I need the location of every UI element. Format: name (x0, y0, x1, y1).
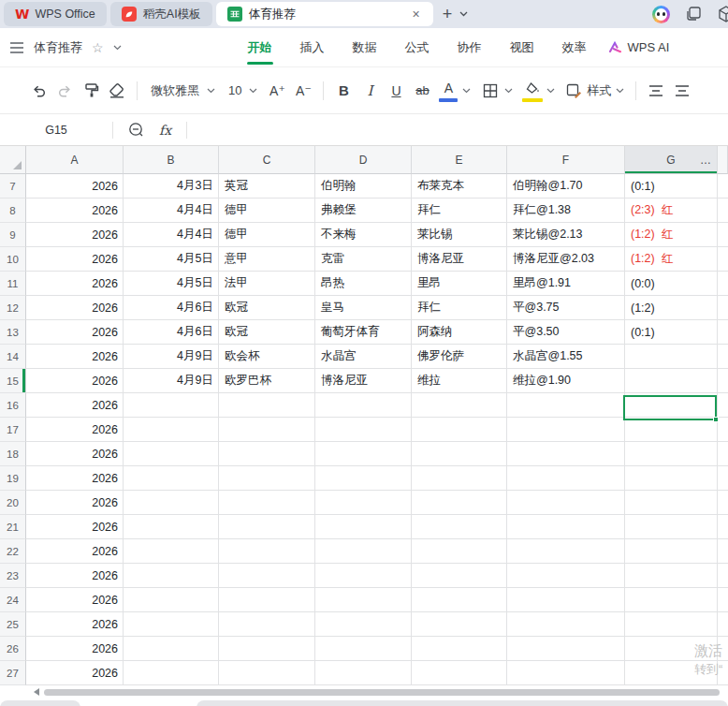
cell-f[interactable]: 里昂@1.91 (507, 272, 625, 296)
cell-f[interactable]: 伯明翰@1.70 (507, 174, 625, 199)
column-header-b[interactable]: B (124, 146, 219, 174)
menu-item-insert[interactable]: 插入 (286, 28, 339, 67)
cell-a[interactable]: 2026 (26, 345, 124, 369)
menu-item-efficiency[interactable]: 效率 (548, 28, 601, 67)
window-stack-icon[interactable] (685, 6, 702, 22)
taskbar-item[interactable] (0, 700, 80, 706)
cell-f[interactable]: 博洛尼亚@2.03 (507, 247, 625, 272)
cell-a[interactable]: 2026 (26, 174, 124, 199)
row-number[interactable]: 19 (0, 466, 26, 491)
cell-a[interactable]: 2026 (26, 393, 124, 418)
cell-g[interactable] (625, 612, 718, 637)
cell-g[interactable] (625, 491, 718, 515)
font-color-button[interactable]: A (436, 77, 460, 105)
cell-f[interactable] (507, 442, 625, 466)
cell-d[interactable]: 弗赖堡 (315, 199, 412, 223)
cell-c[interactable]: 德甲 (219, 199, 315, 223)
bold-button[interactable]: B (331, 77, 356, 105)
cell-g[interactable] (625, 442, 718, 466)
format-painter-icon[interactable] (79, 77, 103, 105)
undo-button[interactable] (26, 77, 51, 105)
cell-b[interactable]: 4月9日 (124, 369, 219, 393)
underline-button[interactable]: U (384, 77, 408, 105)
cell-c[interactable] (219, 393, 315, 418)
cell-d[interactable] (315, 418, 412, 442)
cell-b[interactable] (124, 515, 219, 539)
row-number[interactable]: 21 (0, 515, 26, 539)
cell-e[interactable]: 里昂 (412, 272, 507, 296)
cell-e[interactable] (412, 564, 507, 588)
cell-f[interactable] (507, 661, 625, 685)
cell-c[interactable] (219, 637, 315, 661)
cell-b[interactable] (124, 491, 219, 515)
cell-e[interactable] (412, 539, 507, 564)
cell-f[interactable]: 水晶宫@1.55 (507, 345, 625, 369)
cell-c[interactable] (219, 466, 315, 491)
cell-a[interactable]: 2026 (26, 515, 124, 539)
cell-d[interactable] (315, 661, 412, 685)
cell-partial[interactable] (718, 588, 728, 612)
cell-f[interactable] (507, 418, 625, 442)
cell-f[interactable] (507, 539, 625, 564)
cell-a[interactable]: 2026 (26, 296, 124, 320)
cell-c[interactable]: 德甲 (219, 223, 315, 247)
cell-partial[interactable] (718, 612, 728, 637)
cell-c[interactable]: 法甲 (219, 272, 315, 296)
taskbar-item[interactable] (197, 700, 728, 706)
cell-e[interactable] (412, 661, 507, 685)
cell-a[interactable]: 2026 (26, 223, 124, 247)
scrollbar-thumb[interactable] (44, 689, 720, 696)
cell-g[interactable] (625, 345, 718, 369)
cell-e[interactable] (412, 442, 507, 466)
column-header-f[interactable]: F (507, 146, 625, 174)
borders-button[interactable] (478, 77, 502, 105)
cell-f[interactable]: 莱比锡@2.13 (507, 223, 625, 247)
row-number[interactable]: 17 (0, 418, 26, 442)
cell-partial[interactable] (718, 442, 728, 466)
favorite-star-icon[interactable]: ☆ (92, 40, 104, 55)
row-number[interactable]: 18 (0, 442, 26, 466)
cell-d[interactable]: 克雷 (315, 247, 412, 272)
cell-g[interactable] (625, 466, 718, 491)
increase-font-button[interactable]: A⁺ (265, 77, 289, 105)
cell-d[interactable] (315, 393, 412, 418)
row-number[interactable]: 8 (0, 199, 26, 223)
column-header-c[interactable]: C (219, 146, 315, 174)
cell-d[interactable]: 葡萄牙体育 (315, 320, 412, 345)
cell-b[interactable]: 4月6日 (124, 296, 219, 320)
cell-g[interactable]: (1:2) 红 (625, 223, 718, 247)
cell-a[interactable]: 2026 (26, 539, 124, 564)
cell-g[interactable]: (0:1) (625, 320, 718, 345)
cell-b[interactable] (124, 588, 219, 612)
cell-d[interactable] (315, 491, 412, 515)
cell-e[interactable]: 布莱克本 (412, 174, 507, 199)
new-tab-button[interactable]: + (437, 6, 459, 22)
fill-color-button[interactable] (520, 77, 545, 105)
row-number[interactable]: 23 (0, 564, 26, 588)
cell-e[interactable]: 拜仁 (412, 199, 507, 223)
cell-b[interactable]: 4月9日 (124, 345, 219, 369)
app-box-icon[interactable] (717, 5, 728, 23)
row-number[interactable]: 26 (0, 637, 26, 661)
cell-partial[interactable] (718, 515, 728, 539)
cell-d[interactable] (315, 588, 412, 612)
row-number[interactable]: 25 (0, 612, 26, 637)
cell-e[interactable]: 博洛尼亚 (412, 247, 507, 272)
cell-f[interactable]: 平@3.50 (507, 320, 625, 345)
cell-f[interactable] (507, 637, 625, 661)
font-size-select[interactable]: 10 (223, 77, 263, 105)
cell-a[interactable]: 2026 (26, 442, 124, 466)
cell-partial[interactable] (718, 247, 728, 272)
menu-item-home[interactable]: 开始 (234, 28, 286, 67)
cell-c[interactable] (219, 442, 315, 466)
cell-d[interactable]: 伯明翰 (315, 174, 412, 199)
cell-f[interactable] (507, 564, 625, 588)
cell-a[interactable]: 2026 (26, 272, 124, 296)
cell-e[interactable] (412, 588, 507, 612)
decrease-font-button[interactable]: A⁻ (291, 77, 315, 105)
cell-a[interactable]: 2026 (26, 199, 124, 223)
menu-item-collaborate[interactable]: 协作 (444, 28, 496, 67)
cell-d[interactable] (315, 515, 412, 539)
cell-e[interactable]: 莱比锡 (412, 223, 507, 247)
insert-function-icon[interactable]: fx (159, 123, 171, 138)
